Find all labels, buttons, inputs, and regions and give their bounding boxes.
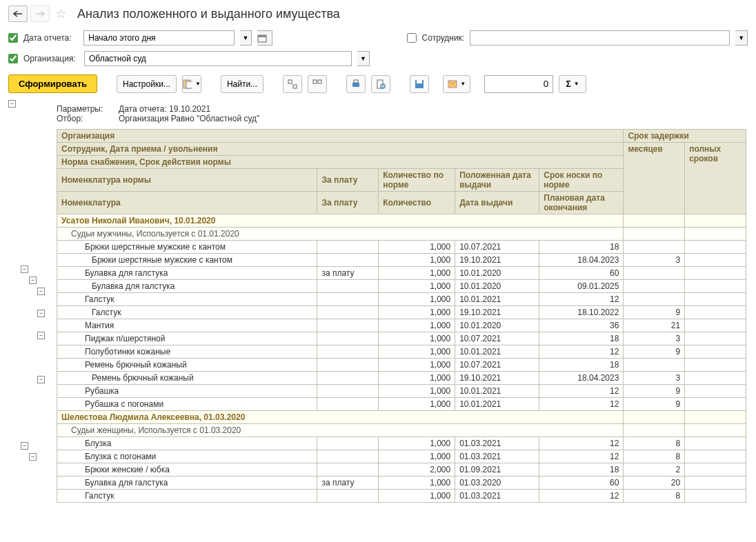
table-row[interactable]: Брюки женские / юбка2,00001.09.2021182 xyxy=(57,463,746,476)
sum-input[interactable] xyxy=(484,75,553,93)
svg-rect-13 xyxy=(417,80,422,83)
table-row[interactable]: Полуботинки кожаные1,00010.01.2021129 xyxy=(57,345,746,359)
table-row[interactable]: Ремень брючный кожаный1,00019.10.202118.… xyxy=(57,372,746,385)
org-dropdown[interactable]: ▼ xyxy=(357,51,370,66)
table-row[interactable]: Рубашка1,00010.01.2021129 xyxy=(57,385,746,398)
collapse-r3[interactable]: − xyxy=(37,332,45,339)
email-button[interactable]: ▼ xyxy=(443,75,470,93)
table-row[interactable]: Булавка для галстука1,00010.01.202009.01… xyxy=(57,280,746,293)
svg-rect-7 xyxy=(318,80,321,83)
sum-button[interactable]: Σ▼ xyxy=(559,75,586,93)
collapse-emp2[interactable]: − xyxy=(21,442,28,450)
table-row[interactable]: Судьи мужчины, Используется с 01.01.2020 xyxy=(57,228,746,241)
employee-input[interactable] xyxy=(470,30,730,46)
date-dropdown[interactable]: ▼ xyxy=(240,30,252,46)
date-checkbox[interactable] xyxy=(8,33,18,43)
param-value-2: Организация Равно "Областной суд" xyxy=(119,114,259,123)
employee-dropdown[interactable]: ▼ xyxy=(735,30,748,46)
preview-button[interactable] xyxy=(371,75,390,93)
table-row[interactable]: Галстук1,00010.01.202112 xyxy=(57,293,746,306)
collapse-all[interactable]: − xyxy=(8,100,16,108)
collapse-r1[interactable]: − xyxy=(37,288,45,295)
employee-label: Сотрудник: xyxy=(422,33,465,43)
table-row[interactable]: Брюки шерстяные мужские с кантом1,00019.… xyxy=(57,254,746,267)
table-row[interactable]: Рубашка с погонами1,00010.01.2021129 xyxy=(57,398,746,411)
collapse-r2[interactable]: − xyxy=(37,310,45,317)
collapse-norm2[interactable]: − xyxy=(29,453,37,461)
table-row[interactable]: Брюки шерстяные мужские с кантом1,00010.… xyxy=(57,241,746,254)
table-row[interactable]: Галстук1,00001.03.2021128 xyxy=(57,490,746,503)
svg-rect-8 xyxy=(352,83,359,87)
param-label-2: Отбор: xyxy=(57,114,119,123)
table-row[interactable]: Судьи женщины, Используется с 01.03.2020 xyxy=(57,424,746,437)
collapse-r4[interactable]: − xyxy=(37,376,45,383)
table-row[interactable]: Галстук1,00019.10.202118.10.20229 xyxy=(57,306,746,319)
table-row[interactable]: Шелестова Людмила Алексеевна, 01.03.2020 xyxy=(57,411,746,424)
settings-button[interactable]: Настройки... xyxy=(117,75,177,93)
generate-button[interactable]: Сформировать xyxy=(8,74,97,93)
table-row[interactable]: Усатов Николай Иванович, 10.01.2020 xyxy=(57,214,746,228)
date-label: Дата отчета: xyxy=(23,33,78,43)
back-button[interactable] xyxy=(8,6,28,22)
param-label-1: Параметры: xyxy=(57,104,119,114)
svg-rect-5 xyxy=(293,85,297,88)
collapse-emp1[interactable]: − xyxy=(21,265,28,273)
date-input[interactable] xyxy=(83,30,234,46)
forward-button[interactable] xyxy=(30,6,50,22)
table-row[interactable]: Блузка с погонами1,00001.03.2021128 xyxy=(57,450,746,463)
print-button[interactable] xyxy=(346,75,366,93)
table-row[interactable]: Блузка1,00001.03.2021128 xyxy=(57,437,746,450)
calendar-button[interactable] xyxy=(257,30,272,46)
employee-checkbox[interactable] xyxy=(407,33,417,43)
svg-rect-9 xyxy=(354,80,358,83)
collapse-norm1[interactable]: − xyxy=(29,277,37,284)
table-row[interactable]: Пиджак п/шерстяной1,00010.07.2021183 xyxy=(57,332,746,345)
org-checkbox[interactable] xyxy=(8,54,18,63)
svg-rect-3 xyxy=(186,81,192,88)
save-button[interactable] xyxy=(410,75,429,93)
org-input[interactable] xyxy=(84,51,352,66)
param-value-1: Дата отчета: 19.10.2021 xyxy=(119,104,210,114)
find-button[interactable]: Найти... xyxy=(221,75,263,93)
svg-rect-6 xyxy=(313,80,317,83)
svg-rect-1 xyxy=(258,35,266,37)
table-row[interactable]: Булавка для галстуказа плату1,00001.03.2… xyxy=(57,476,746,490)
favorite-button[interactable]: ☆ xyxy=(52,6,69,22)
expand-button[interactable] xyxy=(283,75,302,93)
table-row[interactable]: Ремень брючный кожаный1,00010.07.202118 xyxy=(57,359,746,372)
svg-rect-4 xyxy=(288,80,292,83)
page-title: Анализ положенного и выданного имущества xyxy=(77,7,340,21)
variants-button[interactable]: ▼ xyxy=(182,75,201,93)
report-table: ОрганизацияСрок задержки Сотрудник, Дата… xyxy=(57,129,746,503)
table-row[interactable]: Булавка для галстуказа плату1,00010.01.2… xyxy=(57,267,746,280)
org-label: Организация: xyxy=(23,54,79,63)
collapse-button[interactable] xyxy=(308,75,327,93)
table-row[interactable]: Мантия1,00010.01.20203621 xyxy=(57,319,746,332)
